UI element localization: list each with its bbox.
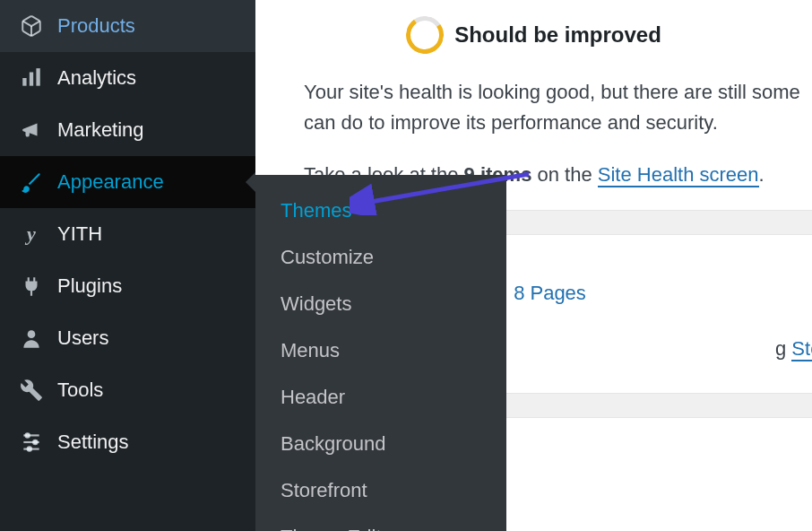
svg-rect-2 [30,73,33,86]
megaphone-icon [18,117,45,144]
sidebar-item-marketing[interactable]: Marketing [0,104,255,156]
submenu-item-customize[interactable]: Customize [255,234,506,281]
site-health-header: Should be improved [255,0,812,66]
sidebar-item-settings[interactable]: Settings [0,416,255,468]
svg-point-8 [26,433,30,437]
submenu-item-themes[interactable]: Themes [255,187,506,234]
sidebar-item-label: Analytics [57,66,136,90]
chart-bar-icon [18,65,45,91]
sidebar-item-products[interactable]: Products [0,0,255,52]
svg-point-9 [33,440,37,444]
plug-icon [18,273,45,300]
sidebar-item-label: Products [57,14,135,38]
sliders-icon [18,429,45,456]
svg-point-4 [28,330,36,338]
wrench-icon [18,377,45,404]
sidebar-item-plugins[interactable]: Plugins [0,260,255,312]
svg-rect-3 [36,68,39,86]
admin-sidebar: Products Analytics Marketing Appearance … [0,0,255,531]
appearance-submenu: Themes Customize Widgets Menus Header Ba… [255,175,506,531]
sidebar-item-label: Tools [57,379,103,402]
pages-link[interactable]: 8 Pages [514,282,586,305]
svg-rect-1 [22,78,26,86]
brush-icon [18,169,45,196]
sidebar-item-label: Marketing [57,118,144,142]
sidebar-item-label: YITH [57,222,102,246]
sidebar-item-analytics[interactable]: Analytics [0,52,255,104]
sidebar-item-label: Users [57,326,108,350]
svg-point-10 [28,447,31,450]
submenu-item-widgets[interactable]: Widgets [255,281,506,327]
sidebar-item-appearance[interactable]: Appearance [0,156,255,208]
sidebar-item-tools[interactable]: Tools [0,364,255,416]
sidebar-item-label: Appearance [57,170,164,194]
submenu-item-background[interactable]: Background [255,421,506,467]
yith-icon: y [18,221,45,248]
site-health-status: Should be improved [454,22,661,48]
sidebar-item-label: Settings [57,431,129,454]
submenu-item-header[interactable]: Header [255,374,506,421]
sidebar-item-yith[interactable]: y YITH [0,208,255,260]
sidebar-item-label: Plugins [57,274,122,298]
submenu-item-storefront[interactable]: Storefront [255,467,506,514]
user-icon [18,325,45,352]
submenu-item-menus[interactable]: Menus [255,327,506,374]
progress-circle-icon [403,13,447,57]
site-health-description: Your site's health is looking good, but … [255,66,812,142]
package-icon [18,13,45,39]
site-health-link[interactable]: Site Health screen [598,163,759,187]
sidebar-item-users[interactable]: Users [0,312,255,364]
submenu-item-theme-editor[interactable]: Theme Editor [255,514,506,531]
theme-link[interactable]: Storefront [791,337,812,361]
